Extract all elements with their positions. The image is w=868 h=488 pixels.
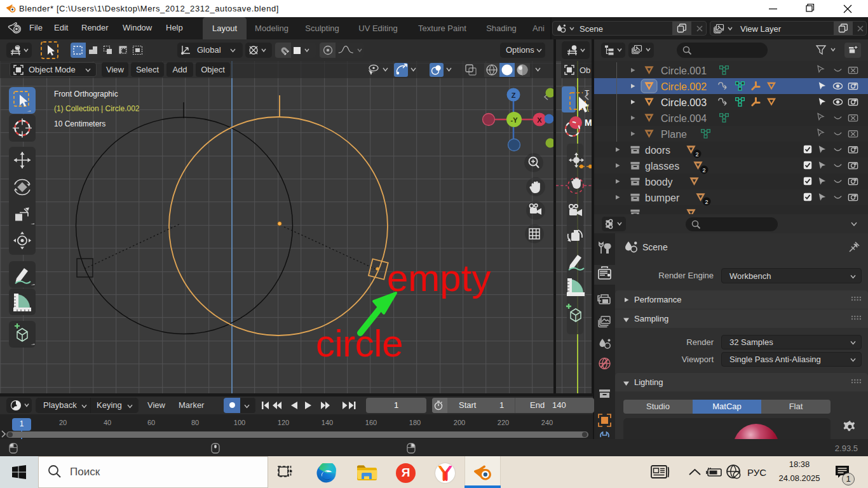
svg-text:2: 2 xyxy=(705,199,708,205)
svg-text:-Y: -Y xyxy=(511,116,519,124)
svg-text:M: M xyxy=(585,118,592,128)
svg-text:Z: Z xyxy=(512,92,516,99)
svg-text:X: X xyxy=(537,116,542,124)
svg-text:2: 2 xyxy=(695,151,698,158)
svg-text:2: 2 xyxy=(702,167,705,173)
